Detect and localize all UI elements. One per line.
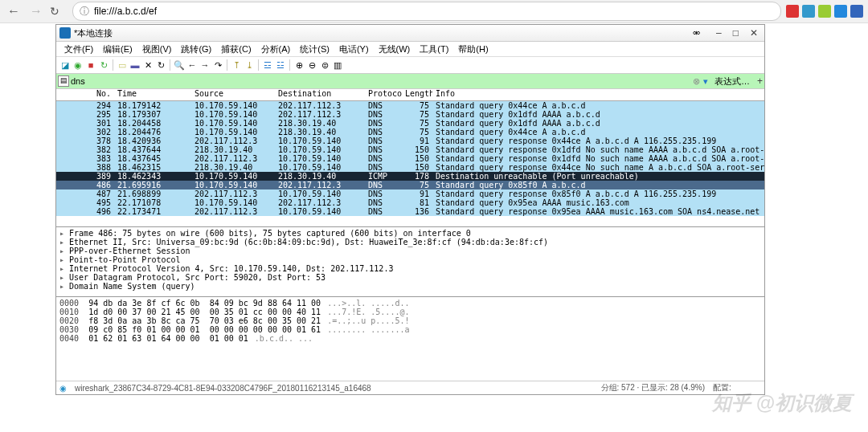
jump-icon[interactable]: ↷: [212, 59, 223, 71]
packet-row[interactable]: 49622.173471202.117.112.310.170.59.140DN…: [56, 207, 764, 216]
packet-row[interactable]: 38218.437644218.30.19.4010.170.59.140DNS…: [56, 145, 764, 154]
col-time[interactable]: Time: [114, 89, 191, 100]
tree-item[interactable]: Domain Name System (query): [59, 282, 761, 291]
reload-button[interactable]: ↻: [50, 5, 68, 18]
watermark: 知乎 @初识微夏: [712, 390, 852, 416]
colorize-icon[interactable]: ☳: [275, 59, 286, 71]
next-icon[interactable]: →: [199, 59, 211, 71]
col-no[interactable]: No.: [56, 89, 114, 100]
tree-item[interactable]: Internet Protocol Version 4, Src: 10.170…: [59, 264, 761, 273]
save-icon[interactable]: ▬: [129, 59, 141, 71]
close-button[interactable]: ✕: [750, 27, 758, 39]
tree-item[interactable]: Frame 486: 75 bytes on wire (600 bits), …: [59, 229, 761, 238]
packet-bytes-pane[interactable]: 0000 94 db da 3e 8f cf 6c 0b 84 09 bc 9d…: [56, 297, 764, 381]
menu-item[interactable]: 文件(F): [59, 43, 98, 55]
forward-button[interactable]: →: [27, 2, 45, 20]
add-filter-button[interactable]: +: [757, 75, 763, 87]
url-text: file:///a.b.c.d/ef: [94, 6, 157, 17]
menu-item[interactable]: 无线(W): [374, 43, 416, 55]
tree-item[interactable]: Point-to-Point Protocol: [59, 255, 761, 264]
extension-icon[interactable]: [802, 5, 815, 18]
menu-item[interactable]: 统计(S): [295, 43, 334, 55]
menu-bar: 文件(F)编辑(E)视图(V)跳转(G)捕获(C)分析(A)统计(S)电话(Y)…: [56, 42, 764, 57]
col-length[interactable]: Length: [402, 89, 432, 100]
clear-filter-icon[interactable]: ⊗: [693, 76, 700, 87]
menu-item[interactable]: 工具(T): [415, 43, 453, 55]
address-bar[interactable]: ⓘ file:///a.b.c.d/ef: [72, 2, 781, 21]
restart-capture-icon[interactable]: ↻: [98, 59, 109, 71]
apply-filter-icon[interactable]: ▾: [703, 76, 708, 87]
menu-item[interactable]: 分析(A): [256, 43, 296, 55]
stop-capture-icon[interactable]: ■: [85, 59, 96, 71]
packet-row[interactable]: 29518.17930710.170.59.140202.117.112.3DN…: [56, 110, 764, 119]
menu-item[interactable]: 编辑(E): [98, 43, 137, 55]
extension-icon[interactable]: [818, 5, 831, 18]
tree-item[interactable]: User Datagram Protocol, Src Port: 59020,…: [59, 273, 761, 282]
menu-item[interactable]: 视图(V): [137, 43, 177, 55]
packet-row[interactable]: 30218.20447610.170.59.140218.30.19.40DNS…: [56, 128, 764, 137]
tree-item[interactable]: PPP-over-Ethernet Session: [59, 247, 761, 255]
maximize-button[interactable]: □: [733, 27, 739, 39]
prev-icon[interactable]: ←: [186, 59, 198, 71]
zoom-out-icon[interactable]: ⊖: [306, 59, 317, 71]
close-file-icon[interactable]: ✕: [142, 59, 154, 71]
expression-button[interactable]: 表达式…: [711, 75, 753, 88]
packet-row[interactable]: 48721.698899202.117.112.310.170.59.140DN…: [56, 190, 764, 198]
packet-row[interactable]: 38818.462315218.30.19.4010.170.59.140DNS…: [56, 163, 764, 172]
col-info[interactable]: Info: [432, 89, 764, 100]
autoscroll-icon[interactable]: ☲: [262, 59, 273, 71]
display-filter-bar: ▤ dns ⊗ ▾ 表达式… +: [56, 74, 764, 89]
status-file: wireshark_23867C34-8729-4C81-8E94-033208…: [75, 384, 593, 393]
tool-bar: ◪ ◉ ■ ↻ ▭ ▬ ✕ ↻ 🔍 ← → ↷ ⤒ ⤓ ☲ ☳ ⊕ ⊖ ⊜ ▥: [56, 57, 764, 74]
interfaces-icon[interactable]: ◪: [59, 59, 71, 71]
info-icon: ⓘ: [80, 5, 89, 18]
col-destination[interactable]: Destination: [275, 89, 365, 100]
packet-list-header: No. Time Source Destination Protocol Len…: [56, 89, 764, 101]
recent-button[interactable]: ⚮: [693, 28, 700, 39]
packet-row[interactable]: 48621.69591610.170.59.140202.117.112.3DN…: [56, 181, 764, 190]
app-icon: [59, 27, 71, 39]
packet-row[interactable]: 38918.46234310.170.59.140218.30.19.40ICM…: [56, 172, 764, 181]
last-icon[interactable]: ⤓: [244, 59, 255, 71]
hex-row[interactable]: 0040 01 62 01 63 01 64 00 00 01 00 01.b.…: [59, 334, 761, 343]
status-bar: ◉ wireshark_23867C34-8729-4C81-8E94-0332…: [56, 381, 764, 394]
reload-file-icon[interactable]: ↻: [155, 59, 166, 71]
col-source[interactable]: Source: [191, 89, 275, 100]
menu-item[interactable]: 捕获(C): [216, 43, 256, 55]
packet-row[interactable]: 38318.437645202.117.112.310.170.59.140DN…: [56, 154, 764, 163]
start-capture-icon[interactable]: ◉: [72, 59, 84, 71]
hex-row[interactable]: 0010 1d d0 00 37 00 21 45 00 00 35 01 cc…: [59, 308, 761, 316]
find-icon[interactable]: 🔍: [174, 59, 185, 71]
extension-icon[interactable]: [850, 5, 863, 18]
packet-row[interactable]: 49522.17107810.170.59.140202.117.112.3DN…: [56, 198, 764, 207]
col-protocol[interactable]: Protocol: [365, 89, 402, 100]
status-packets: 分组: 572 · 已显示: 28 (4.9%): [601, 382, 706, 393]
packet-list[interactable]: 29418.17914210.170.59.140202.117.112.3DN…: [56, 101, 764, 227]
expert-info-icon[interactable]: ◉: [59, 384, 67, 393]
zoom-reset-icon[interactable]: ⊜: [319, 59, 330, 71]
open-icon[interactable]: ▭: [117, 59, 128, 71]
first-icon[interactable]: ⤒: [231, 59, 242, 71]
extension-icons: [786, 5, 863, 18]
zoom-in-icon[interactable]: ⊕: [293, 59, 305, 71]
menu-item[interactable]: 帮助(H): [453, 43, 493, 55]
resize-cols-icon[interactable]: ▥: [332, 59, 343, 71]
hex-row[interactable]: 0030 09 c0 85 f0 01 00 00 01 00 00 00 00…: [59, 325, 761, 334]
tree-item[interactable]: Ethernet II, Src: Universa_09:bc:9d (6c:…: [59, 238, 761, 247]
extension-icon[interactable]: [834, 5, 847, 18]
title-bar: *本地连接 ⚮ – □ ✕: [56, 25, 764, 42]
packet-row[interactable]: 30118.20445810.170.59.140218.30.19.40DNS…: [56, 119, 764, 128]
wireshark-window: *本地连接 ⚮ – □ ✕ 文件(F)编辑(E)视图(V)跳转(G)捕获(C)分…: [55, 24, 765, 395]
hex-row[interactable]: 0000 94 db da 3e 8f cf 6c 0b 84 09 bc 9d…: [59, 299, 761, 308]
packet-row[interactable]: 37818.420936202.117.112.310.170.59.140DN…: [56, 137, 764, 145]
display-filter-input[interactable]: dns: [56, 76, 693, 86]
filter-bookmark-icon[interactable]: ▤: [58, 75, 69, 87]
menu-item[interactable]: 跳转(G): [176, 43, 216, 55]
packet-row[interactable]: 29418.17914210.170.59.140202.117.112.3DN…: [56, 101, 764, 110]
back-button[interactable]: ←: [5, 2, 23, 20]
minimize-button[interactable]: –: [716, 27, 722, 39]
menu-item[interactable]: 电话(Y): [334, 43, 374, 55]
packet-details-pane[interactable]: Frame 486: 75 bytes on wire (600 bits), …: [56, 227, 764, 297]
hex-row[interactable]: 0020 f8 3d 0a aa 3b 8c ca 75 70 03 e6 8c…: [59, 316, 761, 325]
extension-icon[interactable]: [786, 5, 799, 18]
